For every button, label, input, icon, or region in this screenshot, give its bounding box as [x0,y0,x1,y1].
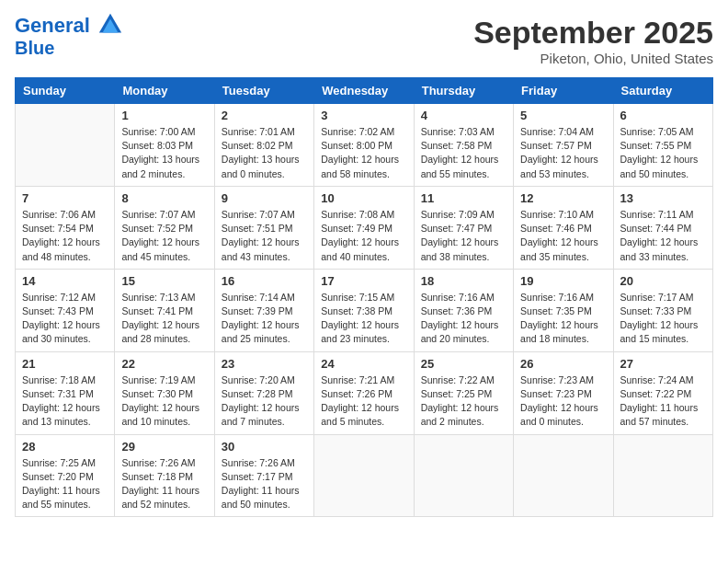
day-info: Sunrise: 7:08 AMSunset: 7:49 PMDaylight:… [321,208,406,264]
day-number: 10 [321,191,406,205]
week-row-2: 7Sunrise: 7:06 AMSunset: 7:54 PMDaylight… [16,186,713,269]
calendar-cell: 10Sunrise: 7:08 AMSunset: 7:49 PMDayligh… [314,186,414,269]
day-number: 3 [321,109,406,122]
day-number: 21 [22,357,108,371]
day-info: Sunrise: 7:26 AMSunset: 7:17 PMDaylight:… [222,456,307,512]
day-number: 9 [222,191,307,205]
calendar-cell: 5Sunrise: 7:04 AMSunset: 7:57 PMDaylight… [514,104,613,187]
day-info: Sunrise: 7:13 AMSunset: 7:41 PMDaylight:… [121,291,207,347]
calendar-cell: 6Sunrise: 7:05 AMSunset: 7:55 PMDaylight… [613,104,712,187]
weekday-header-tuesday: Tuesday [214,78,313,104]
calendar-cell: 12Sunrise: 7:10 AMSunset: 7:46 PMDayligh… [514,186,613,269]
day-number: 16 [222,274,307,288]
day-number: 17 [321,274,406,288]
day-info: Sunrise: 7:25 AMSunset: 7:20 PMDaylight:… [22,456,108,512]
calendar-cell [514,434,613,517]
day-info: Sunrise: 7:18 AMSunset: 7:31 PMDaylight:… [22,373,108,430]
week-row-3: 14Sunrise: 7:12 AMSunset: 7:43 PMDayligh… [16,269,713,351]
day-number: 23 [222,357,307,371]
day-number: 8 [121,191,207,205]
title-block: September 2025 Piketon, Ohio, United Sta… [473,15,713,66]
calendar-cell: 24Sunrise: 7:21 AMSunset: 7:26 PMDayligh… [314,351,414,434]
day-number: 14 [22,274,108,288]
day-number: 25 [421,357,506,371]
day-number: 11 [421,191,506,205]
week-row-1: 1Sunrise: 7:00 AMSunset: 8:03 PMDaylight… [16,104,713,187]
calendar-cell: 16Sunrise: 7:14 AMSunset: 7:39 PMDayligh… [214,269,313,351]
day-number: 28 [22,440,108,454]
weekday-header-sunday: Sunday [16,78,115,104]
day-info: Sunrise: 7:19 AMSunset: 7:30 PMDaylight:… [121,373,207,430]
day-info: Sunrise: 7:02 AMSunset: 8:00 PMDaylight:… [321,125,406,181]
calendar-cell: 30Sunrise: 7:26 AMSunset: 7:17 PMDayligh… [214,434,313,517]
calendar-cell [314,434,414,517]
calendar-cell: 17Sunrise: 7:15 AMSunset: 7:38 PMDayligh… [314,269,414,351]
logo: General Blue [15,15,123,58]
day-info: Sunrise: 7:24 AMSunset: 7:22 PMDaylight:… [620,373,706,430]
calendar-cell: 14Sunrise: 7:12 AMSunset: 7:43 PMDayligh… [16,269,115,351]
calendar-cell: 26Sunrise: 7:23 AMSunset: 7:23 PMDayligh… [514,351,613,434]
day-number: 5 [520,109,606,122]
day-info: Sunrise: 7:14 AMSunset: 7:39 PMDaylight:… [222,291,307,347]
day-number: 18 [421,274,506,288]
day-number: 29 [121,440,207,454]
calendar-cell: 1Sunrise: 7:00 AMSunset: 8:03 PMDaylight… [115,104,214,187]
day-info: Sunrise: 7:03 AMSunset: 7:58 PMDaylight:… [421,125,506,181]
day-number: 26 [520,357,606,371]
weekday-header-row: SundayMondayTuesdayWednesdayThursdayFrid… [16,78,713,104]
day-info: Sunrise: 7:07 AMSunset: 7:51 PMDaylight:… [222,208,307,264]
calendar-cell: 29Sunrise: 7:26 AMSunset: 7:18 PMDayligh… [115,434,214,517]
calendar-cell: 3Sunrise: 7:02 AMSunset: 8:00 PMDaylight… [314,104,414,187]
calendar-cell: 21Sunrise: 7:18 AMSunset: 7:31 PMDayligh… [16,351,115,434]
day-info: Sunrise: 7:11 AMSunset: 7:44 PMDaylight:… [620,208,706,264]
calendar-cell: 18Sunrise: 7:16 AMSunset: 7:36 PMDayligh… [414,269,513,351]
location: Piketon, Ohio, United States [473,51,713,66]
day-info: Sunrise: 7:20 AMSunset: 7:28 PMDaylight:… [222,373,307,430]
weekday-header-wednesday: Wednesday [314,78,414,104]
day-info: Sunrise: 7:07 AMSunset: 7:52 PMDaylight:… [121,208,207,264]
calendar-cell: 9Sunrise: 7:07 AMSunset: 7:51 PMDaylight… [214,186,313,269]
day-info: Sunrise: 7:21 AMSunset: 7:26 PMDaylight:… [321,373,406,430]
day-number: 6 [620,109,706,122]
calendar: SundayMondayTuesdayWednesdayThursdayFrid… [15,77,713,517]
month-title: September 2025 [473,15,713,51]
calendar-cell: 2Sunrise: 7:01 AMSunset: 8:02 PMDaylight… [214,104,313,187]
calendar-cell: 13Sunrise: 7:11 AMSunset: 7:44 PMDayligh… [613,186,712,269]
day-info: Sunrise: 7:17 AMSunset: 7:33 PMDaylight:… [620,291,706,347]
day-info: Sunrise: 7:06 AMSunset: 7:54 PMDaylight:… [22,208,108,264]
weekday-header-monday: Monday [115,78,214,104]
day-info: Sunrise: 7:12 AMSunset: 7:43 PMDaylight:… [22,291,108,347]
day-number: 24 [321,357,406,371]
calendar-cell: 25Sunrise: 7:22 AMSunset: 7:25 PMDayligh… [414,351,513,434]
calendar-cell: 19Sunrise: 7:16 AMSunset: 7:35 PMDayligh… [514,269,613,351]
calendar-cell [414,434,513,517]
day-number: 30 [222,440,307,454]
calendar-cell: 15Sunrise: 7:13 AMSunset: 7:41 PMDayligh… [115,269,214,351]
day-info: Sunrise: 7:23 AMSunset: 7:23 PMDaylight:… [520,373,606,430]
logo-blue: Blue [15,38,123,58]
day-number: 19 [520,274,606,288]
calendar-cell: 22Sunrise: 7:19 AMSunset: 7:30 PMDayligh… [115,351,214,434]
day-number: 22 [121,357,207,371]
day-number: 15 [121,274,207,288]
weekday-header-saturday: Saturday [613,78,712,104]
weekday-header-thursday: Thursday [414,78,513,104]
day-info: Sunrise: 7:15 AMSunset: 7:38 PMDaylight:… [321,291,406,347]
calendar-cell: 20Sunrise: 7:17 AMSunset: 7:33 PMDayligh… [613,269,712,351]
day-info: Sunrise: 7:16 AMSunset: 7:36 PMDaylight:… [421,291,506,347]
calendar-cell: 23Sunrise: 7:20 AMSunset: 7:28 PMDayligh… [214,351,313,434]
day-info: Sunrise: 7:09 AMSunset: 7:47 PMDaylight:… [421,208,506,264]
day-number: 12 [520,191,606,205]
day-info: Sunrise: 7:05 AMSunset: 7:55 PMDaylight:… [620,125,706,181]
day-number: 27 [620,357,706,371]
day-info: Sunrise: 7:01 AMSunset: 8:02 PMDaylight:… [222,125,307,181]
day-number: 13 [620,191,706,205]
day-info: Sunrise: 7:26 AMSunset: 7:18 PMDaylight:… [121,456,207,512]
calendar-cell [613,434,712,517]
week-row-4: 21Sunrise: 7:18 AMSunset: 7:31 PMDayligh… [16,351,713,434]
calendar-cell [16,104,115,187]
day-number: 1 [121,109,207,122]
day-number: 7 [22,191,108,205]
day-info: Sunrise: 7:04 AMSunset: 7:57 PMDaylight:… [520,125,606,181]
calendar-cell: 27Sunrise: 7:24 AMSunset: 7:22 PMDayligh… [613,351,712,434]
